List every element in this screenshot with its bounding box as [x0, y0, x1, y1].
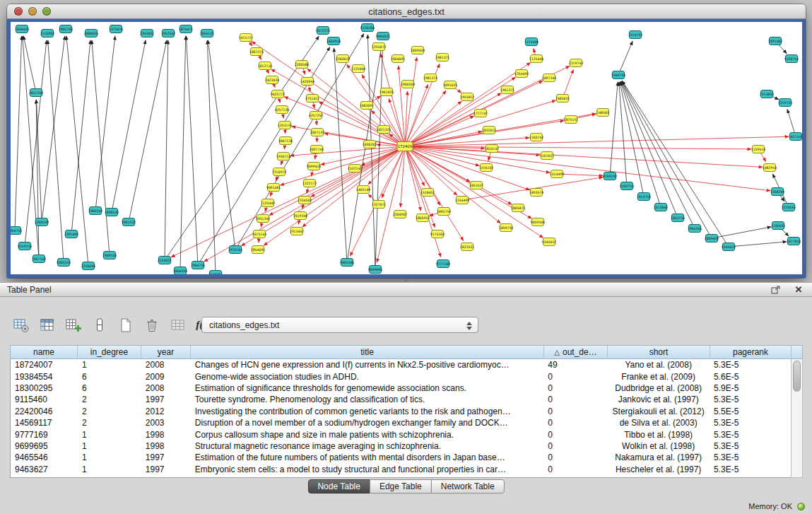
network-node[interactable]: 1664091	[391, 55, 406, 63]
minimize-button[interactable]	[28, 7, 37, 16]
network-node[interactable]: 9465021	[376, 33, 391, 40]
network-node[interactable]: 2200588	[295, 61, 310, 69]
network-node[interactable]: 1981371	[435, 54, 450, 62]
network-edge[interactable]	[405, 138, 529, 146]
table-row[interactable]: 946554611997Estimation of the future num…	[11, 452, 791, 463]
network-node[interactable]: 9245012	[542, 238, 557, 246]
network-edge[interactable]	[171, 146, 405, 257]
network-node[interactable]: 1053755	[671, 214, 686, 222]
network-node[interactable]: 2423024	[265, 76, 280, 84]
network-node[interactable]: 7619344	[293, 212, 308, 220]
network-node[interactable]: 1219753	[778, 99, 793, 107]
network-node[interactable]: 1154499	[455, 197, 470, 204]
network-node[interactable]: 1960243	[88, 207, 103, 215]
import-table-icon[interactable]	[168, 315, 187, 334]
network-node[interactable]: 1805873	[511, 204, 526, 212]
network-edge[interactable]	[165, 40, 168, 260]
column-header-pagerank[interactable]: pagerank	[710, 346, 792, 358]
network-node[interactable]: 2260618	[336, 55, 351, 63]
network-node[interactable]: 1823521	[460, 243, 475, 251]
network-edge[interactable]	[563, 69, 573, 98]
network-node[interactable]: 2540353	[208, 271, 223, 275]
network-node[interactable]: 1159518	[751, 146, 766, 153]
network-edge[interactable]	[618, 41, 632, 75]
network-node[interactable]: 1975103	[228, 246, 243, 254]
network-node[interactable]: 1851627	[469, 182, 484, 189]
show-columns-icon[interactable]	[37, 315, 57, 334]
network-node[interactable]: 8130304	[360, 24, 375, 32]
network-edge[interactable]	[405, 136, 789, 146]
network-node[interactable]: 9205153	[57, 259, 71, 267]
network-node[interactable]: 748503	[596, 109, 609, 117]
network-node[interactable]: 1895759	[437, 208, 452, 216]
network-node[interactable]: 7675143	[252, 230, 267, 238]
network-node[interactable]: 7485031	[555, 95, 570, 103]
network-node[interactable]: 7210973	[272, 168, 287, 176]
network-node[interactable]: 1805952	[416, 214, 430, 222]
network-edge[interactable]	[382, 146, 405, 198]
network-edge[interactable]	[405, 146, 550, 173]
column-header-in-degree[interactable]: in_degree	[78, 346, 141, 358]
network-edge[interactable]	[405, 146, 530, 190]
network-edge[interactable]	[242, 146, 405, 246]
network-node[interactable]: 1082910	[763, 164, 777, 172]
network-node[interactable]: 1021325	[377, 126, 392, 134]
network-node[interactable]: 1514499	[550, 170, 565, 178]
table-selector-dropdown[interactable]: citations_edges.txt	[201, 317, 478, 333]
network-node[interactable]: 1677010	[787, 238, 801, 245]
network-node[interactable]: 9245022	[722, 243, 736, 251]
network-node[interactable]: 1604594	[173, 267, 188, 275]
network-edge[interactable]	[334, 48, 347, 262]
network-node[interactable]: 1698520	[105, 209, 119, 216]
zoom-button[interactable]	[42, 7, 51, 16]
network-node[interactable]: 2204907	[393, 211, 408, 218]
column-header-year[interactable]: year	[141, 346, 191, 358]
network-edge[interactable]	[284, 97, 405, 146]
network-node[interactable]: 1720455	[771, 222, 786, 230]
network-edge[interactable]	[71, 40, 90, 234]
table-row[interactable]: 911546021997Tourette syndrome. Phenomeno…	[11, 394, 791, 405]
network-edge[interactable]	[712, 227, 771, 238]
network-node[interactable]: 1125404	[351, 65, 366, 73]
network-node[interactable]: 7234502	[298, 197, 312, 204]
network-node[interactable]: 1615727	[239, 34, 254, 42]
network-node[interactable]: 1518457	[420, 189, 435, 197]
column-header-title[interactable]: title	[191, 346, 544, 358]
network-node[interactable]: 1832017	[482, 127, 497, 134]
network-node[interactable]: 1955812	[460, 93, 475, 101]
network-node[interactable]: 1952542	[161, 30, 176, 37]
network-node[interactable]: 1856043	[15, 25, 30, 33]
network-node[interactable]: 1946794	[611, 71, 626, 79]
network-edge[interactable]	[729, 242, 787, 247]
network-node[interactable]: 2270553	[782, 204, 796, 211]
column-header-name[interactable]: name	[11, 346, 78, 358]
network-edge[interactable]	[367, 35, 375, 269]
network-node[interactable]: 1160742	[529, 134, 544, 141]
network-node[interactable]: 9102753	[620, 182, 635, 190]
network-node[interactable]: 2110902	[40, 30, 55, 37]
network-edge[interactable]	[42, 36, 65, 222]
network-node[interactable]: 1216102	[479, 164, 494, 172]
network-node[interactable]: 9175303	[430, 230, 445, 238]
close-panel-icon[interactable]: ✕	[792, 284, 805, 296]
network-edge[interactable]	[187, 36, 198, 265]
network-node[interactable]: 1125440	[529, 55, 544, 63]
network-edge[interactable]	[180, 36, 186, 271]
network-node[interactable]: 1115408	[524, 38, 539, 46]
network-node[interactable]: 1961825	[379, 88, 394, 96]
network-node[interactable]: 1327071	[372, 201, 387, 209]
network-node[interactable]: 1936713	[276, 153, 291, 160]
network-node[interactable]: 1664918	[326, 37, 341, 45]
network-node[interactable]: 1219743	[569, 59, 584, 67]
network-node[interactable]: 1810147	[485, 145, 500, 153]
network-node[interactable]: 1893579	[529, 189, 544, 197]
network-node[interactable]: 1375470	[109, 25, 124, 33]
network-node[interactable]: 1683091	[360, 102, 375, 110]
network-node[interactable]: 1777147	[473, 110, 488, 117]
network-node[interactable]: 1964205	[688, 225, 702, 233]
network-edge[interactable]	[208, 40, 235, 250]
network-node[interactable]: 1905783	[59, 25, 73, 33]
network-edge[interactable]	[264, 146, 405, 245]
table-row[interactable]: 946362711997Embryonic stem cells: a mode…	[11, 464, 791, 475]
tab-network-table[interactable]: Network Table	[431, 479, 505, 493]
